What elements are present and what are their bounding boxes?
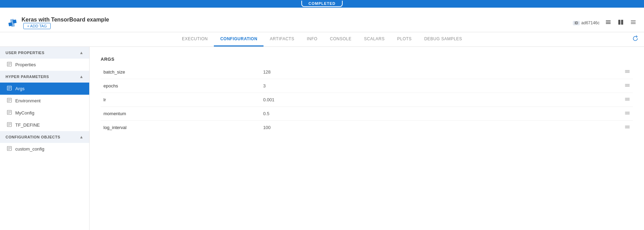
- svg-rect-9: [631, 22, 636, 23]
- configuration-objects-chevron: ▲: [80, 135, 84, 139]
- list-view-button[interactable]: [604, 18, 612, 27]
- sidebar-section-user-properties[interactable]: USER PROPERTIES ▲: [0, 47, 89, 59]
- svg-rect-4: [606, 22, 611, 23]
- tab-scalars[interactable]: SCALARS: [358, 32, 391, 46]
- sidebar-item-custom-config[interactable]: custom_config: [0, 143, 89, 155]
- main-layout: USER PROPERTIES ▲ Properties HYPER PARAM…: [0, 47, 644, 230]
- user-properties-chevron: ▲: [80, 50, 84, 55]
- sidebar-item-properties[interactable]: Properties: [0, 59, 89, 71]
- properties-icon: [7, 62, 12, 68]
- nav-tabs: EXECUTION CONFIGURATION ARTIFACTS INFO C…: [0, 32, 644, 47]
- table-row: log_interval 100: [101, 121, 633, 135]
- id-badge: ID ad67146c: [573, 20, 600, 25]
- sidebar-item-tf-define[interactable]: TF_DEFINE: [0, 119, 89, 131]
- hyper-parameters-chevron: ▲: [80, 74, 84, 79]
- table-row: epochs 3: [101, 79, 633, 93]
- param-menu-icon-0[interactable]: [625, 70, 630, 75]
- args-icon: [7, 86, 12, 92]
- header-title-group: Keras with TensorBoard example + ADD TAG: [22, 17, 109, 29]
- status-badge: COMPLETED: [301, 1, 342, 7]
- hyper-parameters-label: HYPER PARAMETERS: [6, 75, 49, 79]
- table-row: momentum 0.5: [101, 107, 633, 121]
- svg-rect-7: [621, 20, 623, 25]
- header-right: ID ad67146c: [573, 18, 637, 27]
- svg-rect-8: [631, 20, 636, 21]
- param-actions-0[interactable]: [580, 65, 633, 79]
- custom-config-icon: [7, 146, 12, 152]
- add-tag-button[interactable]: + ADD TAG: [23, 23, 51, 29]
- param-menu-icon-3[interactable]: [625, 111, 630, 117]
- status-bar: COMPLETED: [0, 0, 644, 8]
- tf-define-icon: [7, 122, 12, 128]
- tab-artifacts[interactable]: ARTIFACTS: [264, 32, 300, 46]
- configuration-objects-label: CONFIGURATION OBJECTS: [6, 135, 60, 139]
- tab-debug-samples[interactable]: DEBUG SAMPLES: [418, 32, 468, 46]
- args-section-title: ARGS: [101, 57, 633, 62]
- param-value-0: 128: [260, 65, 580, 79]
- param-name-3: momentum: [101, 107, 260, 121]
- header-left: Keras with TensorBoard example + ADD TAG: [7, 17, 109, 29]
- param-value-4: 100: [260, 121, 580, 135]
- properties-label: Properties: [15, 62, 36, 67]
- param-actions-4[interactable]: [580, 121, 633, 135]
- myconfig-icon: [7, 110, 12, 116]
- svg-rect-3: [606, 20, 611, 21]
- param-value-3: 0.5: [260, 107, 580, 121]
- refresh-button[interactable]: [632, 35, 638, 43]
- args-table: batch_size 128 epochs 3 lr: [101, 65, 633, 134]
- custom-config-label: custom_config: [15, 146, 44, 152]
- sidebar-item-args[interactable]: Args: [0, 83, 89, 95]
- sidebar-item-environment[interactable]: Environment: [0, 95, 89, 107]
- svg-rect-5: [606, 23, 611, 24]
- param-name-2: lr: [101, 93, 260, 107]
- param-value-2: 0.001: [260, 93, 580, 107]
- tab-info[interactable]: INFO: [301, 32, 324, 46]
- id-label: ID: [573, 21, 580, 25]
- content-area: ARGS batch_size 128 epochs 3: [90, 47, 644, 230]
- svg-rect-6: [618, 20, 620, 25]
- user-properties-label: USER PROPERTIES: [6, 51, 44, 55]
- param-name-1: epochs: [101, 79, 260, 93]
- param-actions-3[interactable]: [580, 107, 633, 121]
- tab-configuration[interactable]: CONFIGURATION: [214, 32, 264, 46]
- sidebar: USER PROPERTIES ▲ Properties HYPER PARAM…: [0, 47, 90, 230]
- header: Keras with TensorBoard example + ADD TAG…: [0, 8, 644, 32]
- app-logo: [7, 17, 18, 28]
- param-name-4: log_interval: [101, 121, 260, 135]
- environment-label: Environment: [15, 98, 41, 103]
- sidebar-section-configuration-objects[interactable]: CONFIGURATION OBJECTS ▲: [0, 131, 89, 143]
- more-options-button[interactable]: [629, 18, 637, 27]
- tab-plots[interactable]: PLOTS: [391, 32, 418, 46]
- table-row: lr 0.001: [101, 93, 633, 107]
- app-title: Keras with TensorBoard example: [22, 17, 109, 23]
- table-row: batch_size 128: [101, 65, 633, 79]
- tf-define-label: TF_DEFINE: [15, 122, 40, 128]
- sidebar-section-hyper-parameters[interactable]: HYPER PARAMETERS ▲: [0, 71, 89, 83]
- tab-execution[interactable]: EXECUTION: [176, 32, 214, 46]
- param-menu-icon-2[interactable]: [625, 97, 630, 103]
- param-actions-1[interactable]: [580, 79, 633, 93]
- split-view-button[interactable]: [617, 18, 625, 27]
- myconfig-label: MyConfig: [15, 110, 34, 116]
- param-name-0: batch_size: [101, 65, 260, 79]
- svg-rect-10: [631, 24, 636, 24]
- param-value-1: 3: [260, 79, 580, 93]
- environment-icon: [7, 98, 12, 104]
- id-value: ad67146c: [581, 20, 600, 25]
- param-actions-2[interactable]: [580, 93, 633, 107]
- tab-console[interactable]: CONSOLE: [324, 32, 358, 46]
- param-menu-icon-4[interactable]: [625, 125, 630, 131]
- param-menu-icon-1[interactable]: [625, 84, 630, 89]
- args-label: Args: [15, 86, 25, 91]
- sidebar-item-myconfig[interactable]: MyConfig: [0, 107, 89, 119]
